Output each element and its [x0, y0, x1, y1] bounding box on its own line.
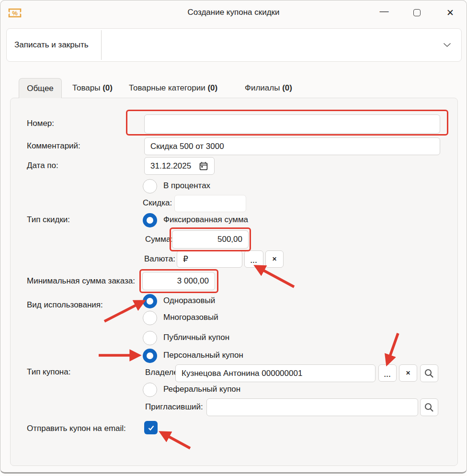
clear-x-icon: ✕	[406, 370, 410, 376]
tab-branches[interactable]: Филиалы (0)	[245, 83, 292, 93]
radio-fixed-sum-label[interactable]: Фиксированная сумма	[163, 215, 248, 225]
radio-referral-coupon-label[interactable]: Реферальный купон	[163, 385, 240, 394]
minimize-icon: —	[380, 6, 389, 16]
checkmark-icon	[148, 424, 155, 431]
amount-label: Сумма:	[145, 235, 173, 244]
toolbar-more-button[interactable]	[433, 29, 461, 61]
maximize-button[interactable]	[406, 2, 428, 23]
number-input[interactable]	[144, 114, 440, 134]
usage-kind-label: Вид использования:	[27, 300, 103, 310]
min-order-label: Минимальная сумма заказа:	[27, 276, 135, 286]
command-bar: Записать и закрыть	[6, 28, 462, 62]
title-bar: % Создание купона скидки — ✕	[0, 0, 467, 25]
min-order-input[interactable]: 3 000,00	[142, 272, 215, 290]
tab-branches-count: (0)	[282, 83, 292, 92]
radio-multi-use-label[interactable]: Многоразовый	[163, 313, 218, 322]
calendar-icon[interactable]	[199, 161, 208, 171]
inviter-search-button[interactable]	[420, 398, 438, 416]
coupon-type-label: Тип купона:	[27, 367, 70, 377]
currency-clear-button[interactable]: ✕	[265, 250, 284, 268]
app-window: % Создание купона скидки — ✕ Записать и …	[0, 0, 467, 474]
discount-percent-input[interactable]	[174, 195, 246, 212]
screen: % Создание купона скидки — ✕ Записать и …	[0, 0, 467, 476]
radio-referral-coupon[interactable]	[143, 383, 157, 397]
window-title: Создание купона скидки	[0, 8, 467, 17]
search-icon	[424, 402, 434, 413]
radio-single-use[interactable]	[143, 294, 157, 308]
send-email-checkbox[interactable]	[144, 421, 158, 434]
date-to-input[interactable]: 31.12.2025	[144, 157, 215, 175]
amount-input[interactable]: 500,00	[172, 230, 249, 249]
tab-categories[interactable]: Товарные категории (0)	[129, 83, 217, 93]
comment-label: Комментарий:	[27, 141, 80, 151]
currency-pick-button[interactable]: ...	[244, 250, 263, 268]
currency-label: Валюта:	[144, 254, 175, 264]
discount-type-label: Тип скидки:	[27, 215, 70, 225]
currency-input[interactable]: ₽	[177, 250, 242, 268]
close-button[interactable]: ✕	[439, 2, 461, 23]
owner-input[interactable]: Кузнецова Антонина 000000001	[175, 364, 376, 382]
radio-personal-coupon[interactable]	[143, 349, 157, 363]
number-label: Номер:	[27, 119, 54, 128]
radio-personal-coupon-label[interactable]: Персональный купон	[163, 351, 243, 360]
radio-single-use-label[interactable]: Одноразовый	[163, 296, 215, 306]
ellipsis-icon: ...	[384, 371, 391, 378]
send-email-label: Отправить купон на email:	[27, 424, 126, 433]
tab-goods[interactable]: Товары (0)	[72, 83, 113, 93]
tab-general[interactable]: Общее	[19, 78, 62, 98]
comment-input[interactable]: Скидка 500 от 3000	[144, 137, 440, 155]
date-to-value: 31.12.2025	[150, 161, 191, 171]
owner-pick-button[interactable]: ...	[378, 364, 397, 382]
radio-percent-label[interactable]: В процентах	[163, 181, 210, 191]
chevron-down-icon	[443, 43, 451, 47]
minimize-button[interactable]: —	[373, 2, 395, 23]
radio-public-coupon-label[interactable]: Публичный купон	[163, 333, 229, 342]
radio-multi-use[interactable]	[143, 311, 157, 325]
save-and-close-button[interactable]: Записать и закрыть	[7, 29, 101, 61]
ellipsis-icon: ...	[251, 257, 258, 264]
clear-x-icon: ✕	[272, 256, 277, 262]
close-icon: ✕	[446, 7, 454, 18]
toolbar-separator	[101, 30, 102, 60]
tab-categories-count: (0)	[207, 83, 217, 92]
maximize-icon	[413, 9, 421, 16]
owner-clear-button[interactable]: ✕	[399, 364, 417, 382]
discount-field-label: Скидка:	[143, 198, 172, 208]
owner-search-button[interactable]	[420, 364, 438, 382]
inviter-label: Пригласивший:	[145, 402, 203, 412]
radio-public-coupon[interactable]	[143, 331, 157, 345]
tab-goods-count: (0)	[103, 83, 113, 92]
radio-fixed-sum[interactable]	[143, 213, 157, 227]
inviter-input[interactable]	[206, 398, 418, 416]
date-to-label: Дата по:	[27, 161, 58, 170]
search-icon	[424, 368, 434, 379]
radio-percent[interactable]	[143, 179, 157, 193]
